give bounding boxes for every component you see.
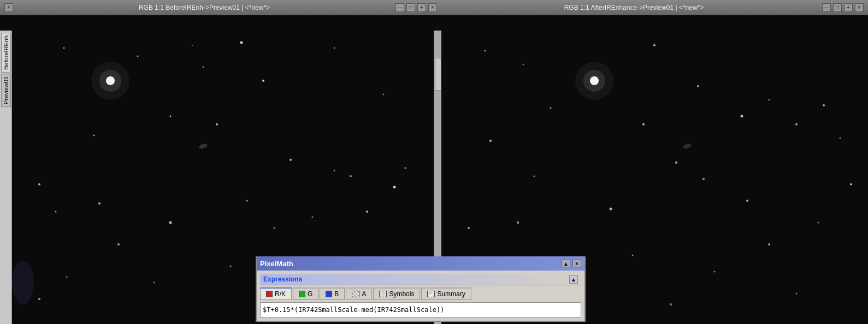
tab-symbols-label: Symbols: [389, 290, 414, 298]
dialog-collapse-btn[interactable]: ▲: [562, 260, 570, 267]
right-plus-btn[interactable]: +: [844, 3, 853, 12]
svg-point-51: [534, 176, 535, 177]
svg-rect-70: [428, 291, 433, 297]
svg-point-43: [741, 115, 743, 118]
right-window-title: RGB 1:1 AfterIREnhance->Preview01 | <*ne…: [446, 4, 822, 11]
section-bar: Expressions ▲: [260, 274, 581, 285]
dialog-title-bar: PixelMath ▲ ×: [257, 256, 584, 271]
dialog-controls[interactable]: ▲ ×: [562, 260, 581, 267]
tab-a-label: A: [362, 290, 366, 298]
tab-b[interactable]: B: [320, 287, 345, 300]
before-irenh-tab[interactable]: BeforeIREnh: [1, 33, 11, 73]
right-close-btn[interactable]: ×: [855, 3, 864, 12]
svg-point-46: [823, 104, 825, 106]
svg-point-32: [12, 261, 34, 304]
left-close-btn2[interactable]: ×: [428, 3, 437, 12]
svg-point-40: [697, 85, 699, 87]
svg-point-53: [517, 221, 519, 224]
left-restore-btn[interactable]: □: [406, 3, 415, 12]
svg-point-15: [393, 186, 396, 189]
svg-point-20: [55, 211, 57, 213]
svg-point-16: [98, 202, 101, 205]
tab-g[interactable]: G: [293, 287, 318, 300]
left-plus-btn[interactable]: +: [417, 3, 426, 12]
svg-point-17: [38, 183, 40, 185]
svg-point-5: [203, 67, 204, 68]
svg-point-26: [334, 47, 335, 49]
svg-point-3: [240, 41, 243, 44]
svg-point-18: [169, 221, 172, 224]
svg-point-47: [840, 137, 841, 139]
svg-point-31: [230, 266, 232, 267]
svg-point-59: [632, 255, 634, 256]
dialog-body: Expressions ▲ R/K G B A: [257, 271, 584, 321]
svg-point-23: [366, 211, 368, 213]
preview01-tab[interactable]: Preview01: [1, 74, 11, 107]
svg-point-49: [675, 161, 677, 164]
left-close-btn[interactable]: ×: [4, 3, 13, 12]
dialog-close-btn[interactable]: ×: [572, 260, 581, 267]
svg-point-65: [682, 143, 692, 150]
left-title-bar: × RGB 1:1 BeforeIREnh->Preview01 | <*new…: [0, 0, 441, 15]
svg-point-48: [489, 140, 492, 142]
right-title-bar: RGB 1:1 AfterIREnhance->Preview01 | <*ne…: [441, 0, 868, 15]
tab-rk[interactable]: R/K: [260, 287, 292, 300]
svg-point-56: [768, 243, 770, 245]
svg-point-54: [610, 208, 612, 211]
tab-summary-label: Summary: [437, 290, 465, 298]
summary-doc-icon: [427, 291, 435, 297]
tab-g-label: G: [308, 290, 312, 298]
svg-point-2: [91, 62, 129, 100]
svg-point-45: [795, 123, 798, 125]
tab-a[interactable]: A: [346, 287, 372, 300]
svg-point-22: [312, 217, 314, 218]
a-checker-icon: [352, 291, 359, 297]
svg-point-55: [746, 200, 748, 202]
svg-point-24: [405, 167, 406, 169]
svg-point-9: [170, 116, 172, 117]
svg-point-36: [575, 62, 613, 100]
svg-point-13: [334, 170, 335, 172]
left-window-controls-left[interactable]: ×: [4, 3, 13, 12]
expand-button[interactable]: ▲: [569, 275, 578, 284]
svg-point-8: [63, 47, 65, 49]
tab-summary[interactable]: Summary: [421, 287, 471, 300]
tab-rk-label: R/K: [275, 290, 286, 298]
svg-point-6: [262, 80, 264, 82]
svg-point-10: [216, 123, 218, 125]
svg-point-38: [523, 64, 524, 65]
left-window-controls-right[interactable]: — □ + ×: [395, 3, 437, 12]
svg-point-44: [769, 99, 770, 101]
svg-point-28: [66, 277, 68, 278]
svg-point-33: [198, 143, 208, 150]
svg-point-14: [350, 175, 352, 177]
svg-point-64: [796, 293, 798, 295]
tabs-row: R/K G B A: [260, 287, 581, 300]
svg-point-60: [714, 271, 716, 273]
svg-point-19: [117, 243, 120, 245]
svg-point-27: [274, 227, 275, 229]
svg-point-52: [468, 227, 470, 229]
pixelmath-dialog: PixelMath ▲ × Expressions ▲ R/K G: [256, 256, 586, 322]
left-scrollbar-thumb[interactable]: [435, 58, 441, 91]
svg-point-25: [383, 94, 385, 95]
svg-point-29: [38, 298, 40, 300]
section-label: Expressions: [263, 275, 302, 283]
right-minimize-btn[interactable]: —: [822, 3, 831, 12]
svg-point-11: [93, 135, 95, 136]
right-restore-btn[interactable]: □: [833, 3, 842, 12]
g-color-box: [299, 291, 305, 297]
svg-point-41: [550, 107, 552, 109]
right-window-controls-right[interactable]: — □ + ×: [822, 3, 864, 12]
svg-point-42: [642, 123, 645, 125]
left-minimize-btn[interactable]: —: [395, 3, 404, 12]
vertical-tab-strip: BeforeIREnh Preview01: [0, 31, 12, 324]
svg-point-7: [192, 45, 193, 46]
svg-point-37: [485, 50, 486, 52]
tab-b-label: B: [334, 290, 339, 298]
svg-point-4: [137, 56, 139, 57]
rk-color-box: [266, 291, 273, 297]
expression-input[interactable]: [260, 302, 581, 317]
tab-symbols[interactable]: Symbols: [373, 287, 420, 300]
svg-point-12: [290, 159, 292, 161]
